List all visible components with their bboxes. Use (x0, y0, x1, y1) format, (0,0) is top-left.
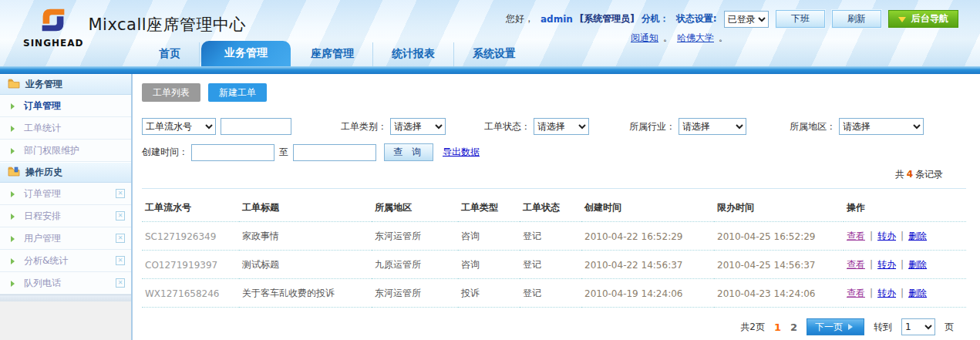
arrow-bullet-icon (11, 258, 18, 264)
sidebar-section-history[interactable]: 操作历史 (0, 162, 131, 183)
next-page-button[interactable]: 下一页 (807, 318, 864, 335)
cell-type: 咨询 (458, 251, 520, 279)
arrow-bullet-icon (11, 126, 18, 132)
sidebar-item-order-management[interactable]: 订单管理 (0, 95, 131, 117)
view-link[interactable]: 查看 (847, 259, 865, 270)
region-select[interactable]: 请选择 (839, 118, 924, 135)
login-status-select[interactable]: 已登录 (724, 11, 769, 28)
tab-system-settings[interactable]: 系统设置 (454, 42, 534, 66)
logo-text: SINGHEAD (23, 38, 84, 49)
cell-status: 登记 (520, 251, 581, 279)
close-icon[interactable]: ✕ (116, 278, 125, 288)
filter-row-2: 创建时间： 至 查 询 导出数据 (142, 143, 966, 161)
sidebar-item-history-order-management[interactable]: 订单管理 ✕ (0, 183, 131, 205)
delete-link[interactable]: 删除 (908, 231, 927, 241)
ticket-table: 工单流水号 工单标题 所属地区 工单类型 工单状态 创建时间 限办时间 操作 S… (142, 194, 966, 308)
cell-title: 家政事情 (239, 222, 372, 251)
new-ticket-button[interactable]: 新建工单 (208, 83, 267, 102)
view-link[interactable]: 查看 (847, 288, 865, 298)
cell-created: 2010-04-22 16:52:29 (581, 222, 714, 251)
sidebar-divider (0, 295, 131, 301)
close-icon[interactable]: ✕ (116, 256, 125, 265)
right-arrow-icon (848, 324, 856, 330)
ticket-toolbar: 工单列表 新建工单 (142, 83, 966, 102)
transfer-link[interactable]: 转办 (877, 259, 896, 270)
sidebar-item-schedule[interactable]: 日程安排 ✕ (0, 205, 131, 227)
read-notice-link[interactable]: 阅通知 (631, 32, 658, 45)
cell-created: 2010-04-19 14:24:06 (581, 279, 714, 308)
close-icon[interactable]: ✕ (116, 211, 125, 220)
arrow-bullet-icon (11, 191, 18, 197)
record-count-number: 4 (904, 169, 915, 180)
industry-select[interactable]: 请选择 (679, 118, 746, 135)
sidebar: 业务管理 订单管理 工单统计 部门权限维护 操作历史 (0, 74, 133, 340)
col-created: 创建时间 (581, 194, 714, 222)
delete-link[interactable]: 删除 (908, 288, 927, 298)
end-date-input[interactable] (293, 144, 376, 161)
sidebar-item-ticket-stats[interactable]: 工单统计 (0, 117, 131, 140)
ticket-type-select[interactable]: 请选择 (390, 118, 446, 135)
folder-icon (8, 79, 20, 91)
username: admin (541, 14, 573, 25)
pagination: 共2页 1 2 下一页 转到 1 页 (142, 318, 966, 335)
sidebar-section-business[interactable]: 业务管理 (0, 74, 131, 95)
region-label: 所属地区： (790, 120, 836, 133)
sidebar-item-queue-calls[interactable]: 队列电话 ✕ (0, 272, 131, 295)
page-number-2[interactable]: 2 (790, 321, 797, 333)
sidebar-item-dept-permission[interactable]: 部门权限维护 (0, 140, 131, 162)
arrow-bullet-icon (11, 214, 18, 220)
cell-serial: SC1271926349 (142, 222, 239, 251)
close-icon[interactable]: ✕ (116, 234, 125, 243)
app-title: Mixcall座席管理中心 (89, 14, 247, 35)
cell-title: 关于客车乱收费的投诉 (239, 279, 372, 308)
cell-type: 投诉 (458, 279, 520, 308)
tab-agent-management[interactable]: 座席管理 (292, 42, 373, 66)
search-button[interactable]: 查 询 (384, 143, 433, 161)
goto-page-select[interactable]: 1 (901, 318, 935, 335)
transfer-link[interactable]: 转办 (877, 231, 896, 241)
transfer-link[interactable]: 转办 (877, 288, 896, 298)
cell-deadline: 2010-04-23 14:24:06 (714, 279, 844, 308)
top-header: SINGHEAD Mixcall座席管理中心 您好， admin [系统管理员]… (0, 0, 980, 66)
total-pages-label: 共2页 (740, 321, 765, 334)
sidebar-item-user-management[interactable]: 用户管理 ✕ (0, 227, 131, 250)
cell-serial: WX1271658246 (142, 279, 239, 308)
tab-home[interactable]: 首页 (140, 42, 200, 66)
ticket-status-select[interactable]: 请选择 (534, 118, 589, 135)
main-nav: 首页 业务管理 座席管理 统计报表 系统设置 (140, 41, 534, 66)
close-icon[interactable]: ✕ (116, 189, 125, 198)
export-data-link[interactable]: 导出数据 (443, 146, 480, 159)
cell-title: 测试标题 (239, 251, 372, 279)
ticket-list-tab-button[interactable]: 工单列表 (142, 83, 200, 102)
col-region: 所属地区 (372, 194, 458, 222)
search-keyword-input[interactable] (221, 118, 291, 135)
ticket-type-label: 工单类别： (341, 120, 387, 133)
folder-icon (8, 167, 20, 179)
record-count: 共4条记录 (142, 168, 966, 181)
col-deadline: 限办时间 (714, 194, 844, 222)
search-field-select[interactable]: 工单流水号 (142, 118, 216, 135)
backend-nav-button[interactable]: 后台导航 (888, 10, 958, 28)
status-setting-label: 状态设置: (676, 12, 717, 25)
start-date-input[interactable] (191, 144, 274, 161)
cell-status: 登记 (520, 222, 581, 251)
col-title: 工单标题 (239, 194, 372, 222)
sidebar-item-analysis-stats[interactable]: 分析&统计 ✕ (0, 250, 131, 272)
off-work-button[interactable]: 下班 (776, 10, 825, 28)
tab-statistics-report[interactable]: 统计报表 (373, 42, 454, 66)
tab-business-management[interactable]: 业务管理 (201, 41, 291, 66)
cell-deadline: 2010-04-25 16:52:29 (714, 222, 844, 251)
sidebar-filler (0, 301, 131, 340)
table-row: SC1271926349 家政事情 东河运管所 咨询 登记 2010-04-22… (142, 222, 966, 251)
singhead-logo-icon (35, 3, 71, 39)
cell-region: 东河运管所 (372, 279, 458, 308)
col-actions: 操作 (844, 194, 966, 222)
view-link[interactable]: 查看 (847, 231, 865, 241)
section-divider (142, 188, 966, 189)
cell-serial: CO1271919397 (142, 251, 239, 279)
delete-link[interactable]: 删除 (908, 259, 927, 270)
harvard-link[interactable]: 哈佛大学 (677, 32, 714, 45)
arrow-bullet-icon (11, 148, 18, 154)
cell-created: 2010-04-22 14:56:37 (581, 251, 714, 279)
refresh-button[interactable]: 刷新 (832, 10, 881, 28)
